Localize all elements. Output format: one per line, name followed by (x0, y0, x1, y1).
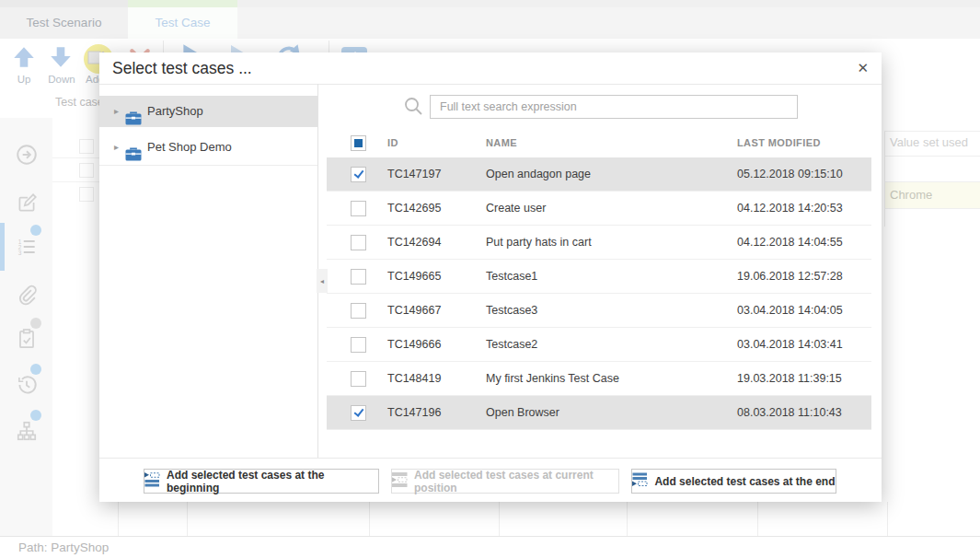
testcase-id: TC142695 (387, 192, 441, 225)
sitemap-icon (15, 430, 39, 446)
background-checkbox (79, 139, 94, 154)
tree-divider (99, 165, 317, 166)
dialog-footer-divider (99, 458, 882, 459)
paperclip-icon (15, 294, 39, 309)
grid-line (369, 502, 370, 536)
grid-line (118, 502, 119, 536)
add-at-beginning-button[interactable]: Add selected test cases at the beginning (144, 469, 379, 494)
add-at-current-position-button[interactable]: Add selected test cases at current posit… (391, 469, 619, 494)
background-column-line (884, 131, 885, 227)
add-at-end-button[interactable]: Add selected test cases at the end (631, 469, 836, 494)
tabbar-filler (237, 7, 980, 39)
sidebar-item-navigate[interactable] (15, 143, 39, 167)
row-checkbox[interactable] (351, 167, 366, 182)
background-row-line (884, 181, 980, 182)
background-row-line (884, 131, 980, 132)
move-up-button[interactable] (11, 44, 37, 74)
testcase-modified: 19.03.2018 11:39:15 (737, 362, 842, 395)
testcase-modified: 03.04.2018 14:04:05 (737, 294, 843, 327)
row-checkbox[interactable] (351, 201, 366, 216)
steps-badge (30, 225, 41, 236)
table-row[interactable]: TC142694 Put party hats in cart 04.12.20… (327, 226, 871, 260)
insert-at-position-icon (392, 472, 408, 490)
table-row[interactable]: TC149667 Testcase3 03.04.2018 14:04:05 (327, 294, 871, 328)
background-checkbox (79, 163, 94, 178)
grid-line (887, 502, 888, 536)
testcase-id: TC149667 (387, 294, 441, 327)
tree-item-label: Pet Shop Demo (147, 132, 232, 163)
testcase-name: My first Jenkins Test Case (486, 362, 619, 395)
table-row[interactable]: TC149666 Testcase2 03.04.2018 14:03:41 (327, 328, 871, 362)
svg-text:3: 3 (18, 250, 22, 256)
chevron-right-icon[interactable]: ▸ (114, 96, 119, 127)
testcase-id: TC147197 (387, 157, 441, 191)
test-case-table: ID NAME LAST MODIFIED TC147197 Open anda… (327, 129, 871, 430)
grid-line (499, 502, 500, 536)
testcase-id: TC149666 (387, 328, 441, 361)
insert-at-bottom-icon (632, 472, 648, 490)
tab-test-scenario[interactable]: Test Scenario (0, 0, 128, 39)
select-all-checkbox[interactable] (351, 135, 366, 151)
table-row[interactable]: TC147196 Open Browser 08.03.2018 11:10:4… (327, 396, 871, 430)
table-header: ID NAME LAST MODIFIED (327, 129, 871, 157)
close-icon[interactable]: ✕ (857, 60, 869, 76)
statusbar-divider (0, 536, 980, 537)
clipboard-check-icon (15, 338, 39, 354)
grid-line (187, 502, 188, 536)
search-input[interactable] (430, 95, 798, 119)
grid-line (757, 502, 758, 536)
table-row[interactable]: TC148419 My first Jenkins Test Case 19.0… (327, 362, 871, 396)
testcase-modified: 04.12.2018 14:04:55 (737, 226, 843, 259)
testcase-modified: 05.12.2018 09:15:10 (737, 157, 843, 191)
background-row-line (52, 181, 99, 182)
hierarchy-badge (30, 410, 41, 421)
background-row-line (884, 208, 980, 209)
move-down-button[interactable] (48, 44, 74, 74)
chevron-right-icon[interactable]: ▸ (114, 132, 119, 163)
testcase-id: TC148419 (387, 362, 441, 395)
move-up-label: Up (7, 74, 40, 85)
table-row[interactable]: TC147197 Open andagon page 05.12.2018 09… (327, 157, 871, 192)
sidebar-item-checklist[interactable] (15, 327, 39, 351)
sidebar-item-history[interactable] (15, 373, 39, 397)
tab-test-case[interactable]: Test Case (128, 0, 237, 39)
column-header-name[interactable]: NAME (486, 137, 517, 148)
table-row[interactable]: TC142695 Create user 04.12.2018 14:20:53 (327, 192, 871, 226)
testcase-name: Testcase2 (486, 328, 537, 361)
testcase-id: TC149665 (387, 260, 441, 293)
button-label: Add selected test cases at current posit… (414, 469, 618, 494)
tree-item-pet-shop-demo[interactable]: ▸ Pet Shop Demo (99, 132, 317, 163)
sidebar-item-attachments[interactable] (15, 283, 39, 307)
checklist-badge (30, 318, 41, 329)
column-header-id[interactable]: ID (387, 137, 398, 148)
row-checkbox[interactable] (351, 303, 366, 319)
testcase-id: TC142694 (387, 226, 441, 259)
sidebar-item-steps-list[interactable]: 123 (15, 235, 39, 259)
testcase-modified: 03.04.2018 14:03:41 (737, 328, 843, 361)
value-set-cell: Chrome (890, 188, 932, 202)
tree-item-label: PartyShop (147, 96, 203, 127)
row-checkbox[interactable] (351, 405, 366, 421)
testcase-name: Testcase1 (486, 260, 537, 293)
row-checkbox[interactable] (351, 371, 366, 387)
row-checkbox[interactable] (351, 235, 366, 250)
background-checkbox (79, 187, 94, 202)
sidebar-item-edit[interactable] (15, 191, 39, 215)
dialog-title: Select test cases ... (112, 59, 252, 78)
path-status: Path: PartyShop (18, 541, 109, 554)
table-row[interactable]: TC149665 Testcase1 19.06.2018 12:57:28 (327, 260, 871, 294)
testcase-id: TC147196 (387, 396, 441, 429)
tree-item-partyshop[interactable]: ▸ PartyShop (99, 96, 317, 127)
button-label: Add selected test cases at the beginning (167, 469, 378, 494)
testcase-name: Open andagon page (486, 157, 591, 191)
grid-line (627, 502, 628, 536)
row-checkbox[interactable] (351, 337, 366, 353)
project-briefcase-icon (125, 141, 142, 172)
testcase-name: Put party hats in cart (486, 226, 592, 259)
column-header-last-modified[interactable]: LAST MODIFIED (737, 137, 821, 148)
testcase-modified: 08.03.2018 11:10:43 (737, 396, 842, 429)
sidebar-item-hierarchy[interactable] (15, 419, 39, 443)
app-window: Test Scenario Test Case Up Down Add (0, 0, 980, 558)
numbered-list-icon: 123 (15, 246, 39, 262)
row-checkbox[interactable] (351, 269, 366, 285)
